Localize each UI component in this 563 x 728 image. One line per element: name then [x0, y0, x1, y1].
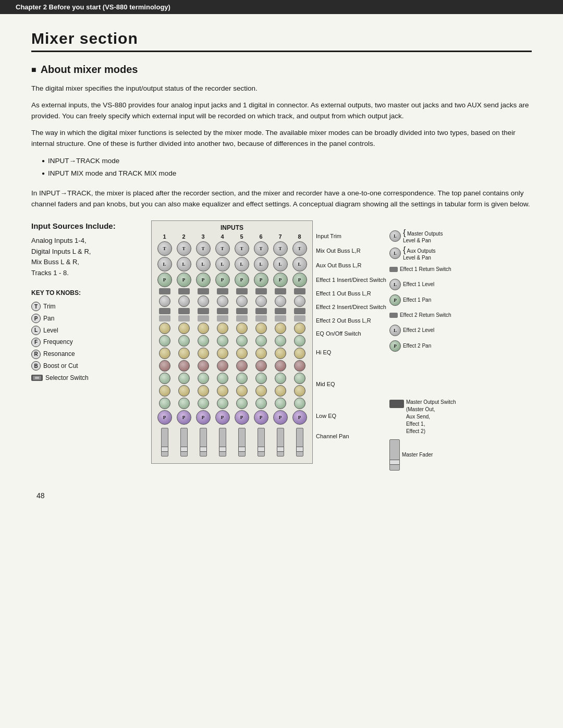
trim-knob-5: T	[235, 241, 249, 256]
eq-sw-4	[217, 315, 228, 322]
pan-knob-4: P	[215, 273, 230, 287]
aux-knob-7	[275, 295, 286, 307]
ch-pan-2: P	[177, 410, 191, 425]
hieq-boost-row	[154, 335, 310, 347]
eff1-return-section: Effect 1 Return Switch	[389, 263, 451, 276]
hieq-b8	[294, 335, 305, 347]
fader-7	[277, 428, 284, 456]
mideq-r6	[255, 360, 267, 372]
trim-row: T T T T T T T T	[154, 241, 310, 256]
eff2-return-section: Effect 2 Return Switch	[389, 309, 451, 322]
mideq-b7	[275, 373, 286, 384]
eff2-pan-section: P Effect 2 Pan	[389, 339, 431, 353]
mideq-b1	[159, 373, 170, 384]
eff1-sw-8	[294, 288, 305, 294]
aux-knob-8	[294, 295, 305, 307]
hieq-f2	[178, 323, 190, 334]
eff1-sw-7	[275, 288, 286, 294]
loweq-f3	[198, 385, 209, 397]
right-labels-column: Input Trim Mix Out Buss L,R Aux Out Buss…	[316, 220, 386, 443]
left-labels: Input Sources Include: Analog Inputs 1-4…	[31, 220, 136, 384]
mideq-b5	[236, 373, 248, 384]
aux-knob-1	[159, 295, 170, 307]
mideq-f7	[275, 348, 286, 359]
ch-pan-1: P	[157, 410, 172, 425]
eff1-pan-section: P Effect 1 Pan	[389, 293, 431, 307]
hieq-freq-row	[154, 323, 310, 334]
label-eq-onoff: EQ On/Off Switch	[316, 328, 386, 339]
eff2-sw-4	[217, 308, 228, 314]
subsection-title: About mixer modes	[31, 64, 532, 76]
ch-pan-7: P	[273, 410, 288, 425]
loweq-f5	[236, 385, 248, 397]
paragraph-1: The digital mixer specifies the input/ou…	[31, 83, 532, 94]
label-ch-pan: Channel Pan	[316, 429, 386, 443]
paragraph-3: The way in which the digital mixer funct…	[31, 127, 532, 150]
mideq-f4	[217, 348, 228, 359]
input-sources-title: Input Sources Include:	[31, 220, 136, 231]
fader-6	[258, 428, 265, 456]
label-hi-eq: Hi EQ	[316, 339, 386, 365]
inputs-header: INPUTS	[154, 224, 310, 231]
aux-out-knob: L	[389, 248, 401, 259]
knob-selector: Selector Switch	[31, 372, 136, 384]
loweq-freq-row	[154, 385, 310, 397]
level-knob-6: L	[254, 257, 268, 272]
mideq-r1	[159, 360, 170, 372]
master-output-switch	[389, 400, 404, 408]
loweq-b1	[159, 398, 170, 409]
mideq-b3	[198, 373, 209, 384]
label-mid-eq: Mid EQ	[316, 365, 386, 403]
pan-knob-1: P	[157, 273, 172, 287]
level-knob-3: L	[196, 257, 211, 272]
eq-sw-3	[198, 315, 209, 322]
loweq-f8	[294, 385, 305, 397]
mideq-b8	[294, 373, 305, 384]
page: Chapter 2 Before you start (VS-880 termi…	[0, 0, 563, 728]
eff2-level-knob: L	[389, 325, 401, 336]
effect1-switch-row	[154, 288, 310, 294]
bullet-list: INPUT→TRACK mode INPUT MIX mode and TRAC…	[42, 155, 532, 180]
ch-pan-row: P P P P P P P P	[154, 410, 310, 425]
aux-knob-5	[236, 295, 248, 307]
mideq-r7	[275, 360, 286, 372]
master-out-knob: L	[389, 230, 401, 242]
mideq-r8	[294, 360, 305, 372]
level-knob-7: L	[273, 257, 288, 272]
svg-rect-1	[35, 377, 39, 379]
eff2-level-section: L Effect 2 Level	[389, 324, 434, 337]
level-knob-5: L	[235, 257, 249, 272]
eff2-sw-7	[275, 308, 286, 314]
master-outputs-section: L { Master OutputsLevel & Pan	[389, 229, 443, 244]
trim-knob-2: T	[177, 241, 191, 256]
label-mix-out: Mix Out Buss L,R	[316, 243, 386, 258]
hieq-f7	[275, 323, 286, 334]
pan-knob-2: P	[177, 273, 191, 287]
loweq-boost-row	[154, 398, 310, 409]
trim-knob-4: T	[215, 241, 230, 256]
loweq-b6	[255, 398, 267, 409]
channel-numbers: 12345678	[154, 233, 310, 240]
label-eff2-out: Effect 2 Out Buss L,R	[316, 313, 386, 328]
loweq-b5	[236, 398, 248, 409]
fader-4	[219, 428, 226, 456]
level-knob-4: L	[215, 257, 230, 272]
boost-symbol: B	[31, 361, 41, 371]
fader-2	[180, 428, 188, 456]
mideq-r4	[217, 360, 228, 372]
master-column: L { Master OutputsLevel & Pan L {	[389, 220, 456, 471]
freq-symbol: F	[31, 338, 41, 347]
mideq-b4	[217, 373, 228, 384]
trim-knob-1: T	[157, 241, 172, 256]
ch-pan-4: P	[215, 410, 230, 425]
knob-resonance: R Resonance	[31, 348, 136, 360]
master-fader-handle	[389, 460, 400, 465]
eq-sw-8	[294, 315, 305, 322]
eff1-pan-label: Effect 1 Pan	[403, 297, 431, 303]
level-knob-2: L	[177, 257, 191, 272]
hieq-f8	[294, 323, 305, 334]
mideq-f1	[159, 348, 170, 359]
eq-sw-7	[275, 315, 286, 322]
eff1-sw-6	[255, 288, 267, 294]
master-out-label: Master OutputsLevel & Pan	[403, 231, 443, 243]
